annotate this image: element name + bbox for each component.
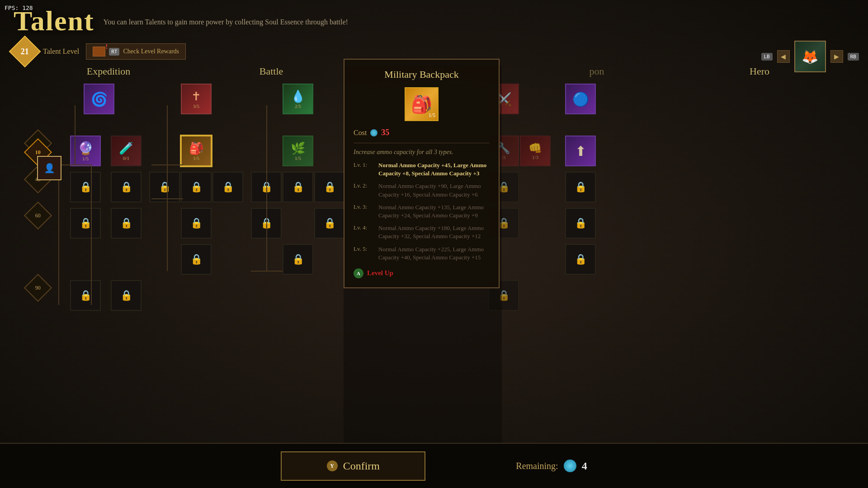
title-row: Talent You can learn Talents to gain mor…: [14, 7, 854, 35]
battle-locked-5[interactable]: 🔒: [181, 244, 212, 275]
expedition-slot-2b[interactable]: 🧪 0/1: [111, 136, 142, 166]
expedition-slot-2a[interactable]: 🔮 1/5: [70, 136, 101, 166]
level-num-3: Lv. 3:: [354, 203, 374, 220]
expedition-locked-5a[interactable]: 🔒: [70, 280, 101, 311]
detail-cost: Cost 35: [354, 128, 490, 137]
skill-locked-4b[interactable]: 🔒: [314, 208, 345, 239]
soul-gem-icon: [370, 129, 377, 136]
level-num-2: Lv. 2:: [354, 182, 374, 198]
bottom-bar: Y Confirm Remaining: 4: [0, 443, 868, 488]
level-entry-4: Lv. 4: Normal Ammo Capacity +180, Large …: [354, 224, 490, 240]
lb-badge: LB: [761, 53, 773, 61]
battle-locked-3b[interactable]: 🔒: [181, 172, 212, 202]
level-num-5: Lv. 5:: [354, 245, 374, 262]
skill-locked-5[interactable]: 🔒: [283, 244, 313, 275]
level-entry-5: Lv. 5: Normal Ammo Capacity +225, Large …: [354, 245, 490, 262]
player-marker: 👤: [37, 156, 61, 180]
detail-divider-top: [354, 143, 490, 143]
nav-prev-button[interactable]: ◀: [777, 50, 790, 63]
rt-badge: RT: [109, 48, 119, 56]
portrait-image: 🦊: [795, 42, 825, 71]
level-num-1: Lv. 1:: [354, 161, 374, 178]
level-up-text: Level Up: [367, 269, 393, 277]
cost-value: 35: [381, 128, 389, 137]
expedition-locked-4a[interactable]: 🔒: [70, 208, 101, 239]
battle-locked-3a[interactable]: 🔒: [149, 172, 180, 202]
level-num-4: Lv. 4:: [354, 224, 374, 240]
hero-locked-5[interactable]: 🔒: [565, 244, 596, 275]
detail-panel: Military Backpack 🎒 1/5 Cost 35 Increase…: [344, 59, 500, 288]
detail-description: Increase ammo capacity for all 3 types.: [354, 149, 490, 156]
remaining-label: Remaining:: [516, 461, 558, 471]
expedition-locked-5b[interactable]: 🔒: [111, 280, 142, 311]
reward-icon: !: [93, 47, 105, 56]
battle-locked-3c[interactable]: 🔒: [212, 172, 243, 202]
talent-level-value: 21: [21, 47, 29, 56]
battle-slot-2[interactable]: 🎒 1/5: [181, 136, 212, 166]
skill-slot-1[interactable]: 💧 2/5: [283, 84, 313, 114]
remaining-count: 4: [582, 460, 587, 472]
talent-level-label: Talent Level: [43, 47, 79, 56]
skill-locked-3a[interactable]: 🔒: [251, 172, 282, 202]
confirm-button[interactable]: Y Confirm: [281, 451, 425, 481]
level-entry-3: Lv. 3: Normal Ammo Capacity +135, Large …: [354, 203, 490, 220]
hero-locked-4[interactable]: 🔒: [565, 208, 596, 239]
skill-slot-2[interactable]: 🌿 1/5: [283, 136, 313, 166]
cost-label: Cost: [354, 129, 367, 137]
talent-level-diamond: 21: [9, 36, 41, 68]
skill-locked-3b[interactable]: 🔒: [283, 172, 313, 202]
check-rewards-button[interactable]: ! RT Check Level Rewards: [86, 43, 186, 60]
detail-icon-image: 🎒: [411, 94, 432, 114]
detail-title: Military Backpack: [354, 69, 490, 80]
weapon-slot-2b[interactable]: 👊 1/3: [520, 136, 551, 166]
expedition-locked-4b[interactable]: 🔒: [111, 208, 142, 239]
detail-icon: 🎒 1/5: [405, 87, 439, 121]
level-desc-5: Normal Ammo Capacity +225, Large Ammo Ca…: [378, 245, 490, 262]
expedition-locked-3b[interactable]: 🔒: [111, 172, 142, 202]
expedition-locked-3a[interactable]: 🔒: [70, 172, 101, 202]
level-desc-2: Normal Ammo Capacity +90, Large Ammo Cap…: [378, 182, 490, 198]
confirm-label: Confirm: [343, 460, 380, 472]
detail-icon-container: 🎒 1/5: [354, 87, 490, 121]
skill-locked-4a[interactable]: 🔒: [251, 208, 282, 239]
hero-locked-3[interactable]: 🔒: [565, 172, 596, 202]
battle-locked-4[interactable]: 🔒: [181, 208, 212, 239]
nav-next-button[interactable]: ▶: [830, 50, 843, 63]
right-nav: LB ◀ 🦊 ▶ RB: [761, 41, 859, 72]
hero-slot-2[interactable]: ⬆: [565, 136, 596, 166]
expedition-slot-1[interactable]: 🌀: [84, 84, 114, 114]
level-up-hint: A Level Up: [354, 268, 490, 278]
y-button-icon: Y: [327, 460, 338, 471]
character-portrait: 🦊: [794, 41, 826, 72]
remaining-area: Remaining: 4: [516, 460, 587, 472]
level-desc-1: Normal Ammo Capacity +45, Large Ammo Cap…: [378, 161, 490, 178]
subtitle: You can learn Talents to gain more power…: [104, 18, 348, 26]
battle-slot-1[interactable]: ✝ 3/5: [181, 84, 212, 114]
exclamation-icon: !: [106, 43, 108, 51]
level-desc-3: Normal Ammo Capacity +135, Large Ammo Ca…: [378, 203, 490, 220]
hero-slot-1[interactable]: 🔵: [565, 84, 596, 114]
level-entry-1: Lv. 1: Normal Ammo Capacity +45, Large A…: [354, 161, 490, 178]
remaining-gem-icon: [564, 460, 576, 472]
check-rewards-label: Check Level Rewards: [123, 48, 179, 55]
detail-icon-counter: 1/5: [429, 112, 435, 119]
level-desc-4: Normal Ammo Capacity +180, Large Ammo Ca…: [378, 224, 490, 240]
level-entry-2: Lv. 2: Normal Ammo Capacity +90, Large A…: [354, 182, 490, 198]
fps-counter: FPS: 128: [5, 5, 33, 11]
a-button: A: [354, 268, 363, 278]
rb-badge: RB: [848, 53, 859, 61]
skill-locked-3c[interactable]: 🔒: [314, 172, 345, 202]
